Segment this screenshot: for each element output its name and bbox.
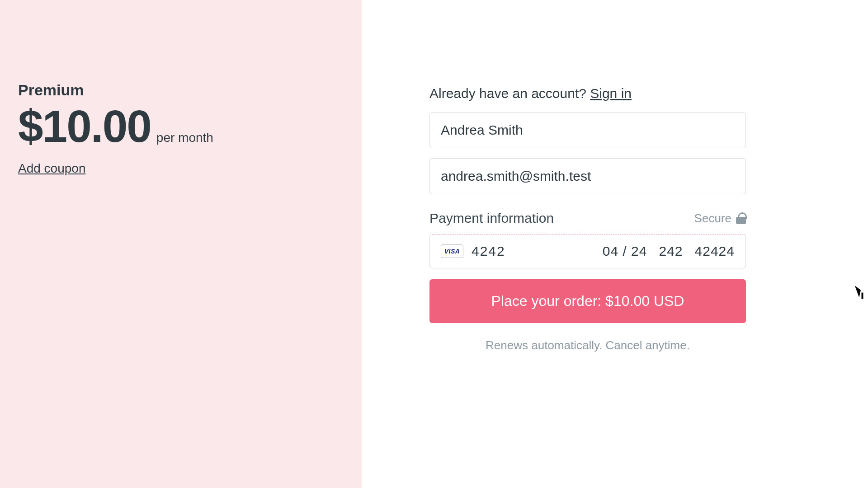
place-order-button[interactable]: Place your order: $10.00 USD: [429, 279, 746, 323]
account-prompt-text: Already have an account?: [429, 86, 590, 101]
secure-indicator: Secure: [694, 211, 746, 225]
sign-in-link[interactable]: Sign in: [590, 86, 632, 101]
checkout-page: Premium $10.00 per month Add coupon Alre…: [0, 0, 868, 488]
payment-title: Payment information: [429, 211, 554, 226]
card-input-row[interactable]: VISA 4242 04 / 24 242 42424: [429, 234, 746, 268]
card-cvc-input[interactable]: 242: [659, 244, 683, 259]
renewal-note: Renews automatically. Cancel anytime.: [429, 338, 746, 352]
add-coupon-link[interactable]: Add coupon: [18, 161, 85, 176]
checkout-form: Already have an account? Sign in Payment…: [429, 86, 746, 352]
payment-header: Payment information Secure: [429, 211, 746, 226]
price-row: $10.00 per month: [18, 103, 344, 149]
checkout-form-panel: Already have an account? Sign in Payment…: [362, 0, 868, 488]
secure-label: Secure: [694, 211, 731, 225]
lock-icon: [736, 212, 746, 224]
price-period: per month: [156, 131, 213, 145]
card-zip-input[interactable]: 42424: [695, 244, 735, 259]
order-summary-panel: Premium $10.00 per month Add coupon: [0, 0, 362, 488]
plan-name: Premium: [18, 81, 344, 99]
name-input[interactable]: [429, 112, 746, 148]
card-number-input[interactable]: 4242: [472, 244, 594, 259]
email-input[interactable]: [429, 158, 746, 194]
visa-icon: VISA: [441, 244, 463, 258]
account-prompt-row: Already have an account? Sign in: [429, 86, 746, 101]
card-expiry-input[interactable]: 04 / 24: [603, 244, 647, 259]
price-amount: $10.00: [18, 103, 151, 149]
mouse-cursor-icon: [855, 283, 867, 297]
